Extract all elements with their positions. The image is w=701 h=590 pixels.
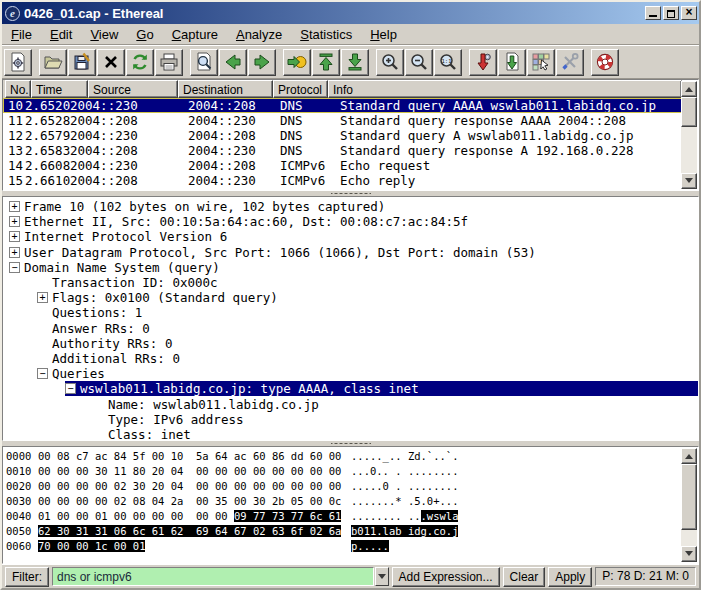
expand-icon[interactable]: + (9, 231, 20, 242)
column-header-info[interactable]: Info (328, 80, 682, 98)
filter-button[interactable]: Filter: (5, 567, 49, 587)
packet-row[interactable]: 152.66102004::2082004::230ICMPv6Echo rep… (3, 173, 682, 188)
find-packet-icon (194, 52, 214, 72)
packet-row[interactable]: 142.66082004::2302004::208ICMPv6Echo req… (3, 158, 682, 173)
apply-button[interactable]: Apply (548, 567, 592, 587)
scroll-up-button[interactable] (681, 448, 697, 464)
go-bottom-button[interactable] (341, 49, 369, 76)
scroll-up-button[interactable] (681, 81, 697, 97)
tree-item[interactable]: Class: inet (3, 427, 698, 441)
clear-button[interactable]: Clear (503, 567, 546, 587)
collapse-icon[interactable]: − (37, 368, 48, 379)
menu-item-help[interactable]: Help (361, 25, 406, 44)
goto-packet-button[interactable] (283, 49, 311, 76)
close-file-button[interactable] (97, 49, 125, 76)
scroll-thumb[interactable] (681, 97, 697, 127)
minimize-button[interactable] (645, 6, 661, 20)
hex-row[interactable]: 000000 08 c7 ac 84 5f 00 10 5a 64 ac 60 … (3, 449, 698, 464)
cell-info: Standard query response AAAA 2004::208 (340, 113, 682, 128)
tree-item[interactable]: +Ethernet II, Src: 00:10:5a:64:ac:60, Ds… (3, 214, 698, 229)
column-header-time[interactable]: Time (31, 80, 88, 98)
scroll-down-button[interactable] (681, 173, 697, 189)
collapse-icon[interactable]: − (65, 383, 76, 394)
capture-filter-button[interactable] (469, 49, 497, 76)
preferences-button[interactable] (556, 49, 584, 76)
hex-row[interactable]: 001000 00 00 30 11 80 20 04 00 00 00 00 … (3, 464, 698, 479)
hex-row[interactable]: 006070 00 00 1c 00 01p..... (3, 539, 698, 554)
add-expression-button[interactable]: Add Expression... (392, 567, 500, 587)
coloring-rules-button[interactable] (527, 49, 555, 76)
column-header-destination[interactable]: Destination (178, 80, 273, 98)
packet-list-header: No.TimeSourceDestinationProtocolInfo (3, 80, 682, 98)
zoom-out-button[interactable] (405, 49, 433, 76)
go-top-button[interactable] (312, 49, 340, 76)
capture-options-button[interactable] (4, 49, 32, 76)
filter-input[interactable] (52, 567, 374, 586)
menu-item-view[interactable]: View (81, 25, 127, 44)
cell-protocol: ICMPv6 (280, 173, 340, 188)
tree-item[interactable]: −Domain Name System (query) (3, 260, 698, 275)
column-header-source[interactable]: Source (88, 80, 178, 98)
tree-item[interactable]: Authority RRs: 0 (3, 336, 698, 351)
hex-dump-scrollbar[interactable] (681, 448, 697, 562)
scroll-down-button[interactable] (681, 546, 697, 562)
menu-item-statistics[interactable]: Statistics (291, 25, 361, 44)
go-back-button[interactable] (219, 49, 247, 76)
title-bar[interactable]: e 0426_01.cap - Ethereal × (2, 2, 699, 24)
menu-item-analyze[interactable]: Analyze (227, 25, 291, 44)
close-button[interactable]: × (681, 6, 697, 20)
tree-item[interactable]: Questions: 1 (3, 305, 698, 320)
column-header-protocol[interactable]: Protocol (273, 80, 328, 98)
tree-item[interactable]: Name: wswlab011.labidg.co.jp (3, 396, 698, 411)
scroll-thumb[interactable] (681, 464, 697, 530)
print-button[interactable] (155, 49, 183, 76)
menu-item-capture[interactable]: Capture (163, 25, 227, 44)
tree-item[interactable]: −wswlab011.labidg.co.jp: type AAAA, clas… (3, 381, 698, 396)
help-button[interactable] (591, 49, 619, 76)
zoom-100-button[interactable]: 1:1 (434, 49, 462, 76)
tree-item[interactable]: +User Datagram Protocol, Src Port: 1066 … (3, 245, 698, 260)
tree-item-label: Class: inet (108, 427, 191, 441)
scroll-track[interactable] (681, 97, 697, 173)
cell-time: 2.6528 (25, 113, 70, 128)
zoom-in-button[interactable] (376, 49, 404, 76)
go-forward-button[interactable] (248, 49, 276, 76)
expand-icon[interactable]: + (9, 201, 20, 212)
tree-item[interactable]: Answer RRs: 0 (3, 321, 698, 336)
hex-row[interactable]: 003000 00 00 00 02 08 04 2a 00 35 00 30 … (3, 494, 698, 509)
column-header-no[interactable]: No. (5, 80, 31, 98)
goto-packet-icon (287, 52, 307, 72)
display-filter-button[interactable] (498, 49, 526, 76)
filter-dropdown-button[interactable] (375, 567, 389, 586)
scroll-track[interactable] (681, 464, 697, 546)
hex-row[interactable]: 005062 30 31 31 06 6c 61 62 69 64 67 02 … (3, 524, 698, 539)
tree-item[interactable]: Type: IPv6 address (3, 412, 698, 427)
tree-item[interactable]: +Flags: 0x0100 (Standard query) (3, 290, 698, 305)
open-button[interactable] (39, 49, 67, 76)
capture-options-icon (8, 52, 28, 72)
cell-time: 2.6610 (25, 173, 70, 188)
expand-icon[interactable]: + (37, 292, 48, 303)
expand-icon[interactable]: + (9, 247, 20, 258)
menu-item-edit[interactable]: Edit (41, 25, 81, 44)
packet-row[interactable]: 132.65832004::2082004::230DNSStandard qu… (3, 143, 682, 158)
tree-item[interactable]: +Internet Protocol Version 6 (3, 229, 698, 244)
packet-row[interactable]: 112.65282004::2082004::230DNSStandard qu… (3, 113, 682, 128)
save-button[interactable] (68, 49, 96, 76)
menu-item-go[interactable]: Go (127, 25, 162, 44)
tree-item[interactable]: Additional RRs: 0 (3, 351, 698, 366)
menu-item-file[interactable]: File (2, 25, 41, 44)
packet-row[interactable]: 122.65792004::2302004::208DNSStandard qu… (3, 128, 682, 143)
tree-item[interactable]: Transaction ID: 0x000c (3, 275, 698, 290)
expand-icon[interactable]: + (9, 216, 20, 227)
packet-row[interactable]: 102.65202004::2302004::208DNSStandard qu… (3, 98, 682, 113)
find-packet-button[interactable] (190, 49, 218, 76)
tree-item[interactable]: −Queries (3, 366, 698, 381)
hex-row[interactable]: 002000 00 00 00 02 30 20 04 00 00 00 00 … (3, 479, 698, 494)
reload-button[interactable] (126, 49, 154, 76)
tree-item[interactable]: +Frame 10 (102 bytes on wire, 102 bytes … (3, 199, 698, 214)
packet-list-scrollbar[interactable] (681, 81, 697, 189)
collapse-icon[interactable]: − (9, 262, 20, 273)
maximize-button[interactable] (663, 6, 679, 20)
hex-row[interactable]: 004001 00 00 01 00 00 00 00 00 00 09 77 … (3, 509, 698, 524)
